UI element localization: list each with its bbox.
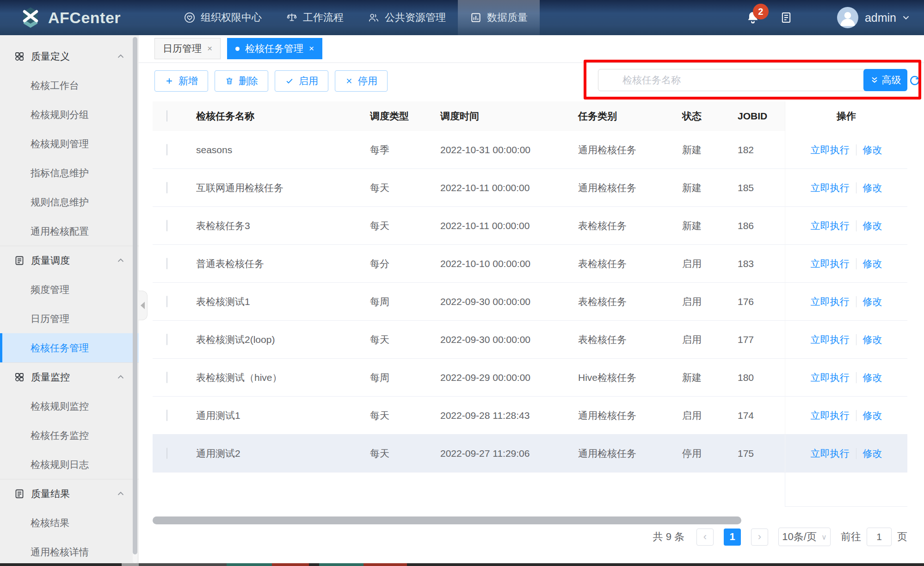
- username[interactable]: admin: [865, 11, 896, 25]
- nav-item-people[interactable]: 公共资源管理: [356, 0, 458, 35]
- avatar[interactable]: [837, 7, 858, 28]
- cell-jobid: 182: [738, 144, 785, 155]
- next-page-button[interactable]: ›: [751, 529, 768, 546]
- row-checkbox[interactable]: [166, 334, 167, 345]
- row-actions: 立即执行修改: [785, 169, 907, 206]
- column-header: JOBID: [738, 111, 785, 122]
- tab-close-icon[interactable]: ×: [207, 44, 212, 54]
- search-input[interactable]: [598, 69, 907, 91]
- trash-button[interactable]: 删除: [215, 70, 268, 92]
- sidebar-item[interactable]: 检核规则管理: [0, 129, 139, 158]
- refresh-icon[interactable]: [908, 74, 921, 89]
- tab-inactive[interactable]: 日历管理×: [154, 38, 221, 59]
- sidebar-item[interactable]: 检核结果: [0, 508, 139, 537]
- sidebar-item[interactable]: 检核任务监控: [0, 421, 139, 450]
- modify-link[interactable]: 修改: [863, 409, 882, 422]
- row-checkbox[interactable]: [166, 144, 167, 155]
- row-checkbox[interactable]: [166, 410, 167, 421]
- plus-button[interactable]: 新增: [154, 70, 208, 92]
- nav-item-heart[interactable]: 组织权限中心: [172, 0, 274, 35]
- sidebar-collapse-handle[interactable]: [138, 291, 148, 320]
- modify-link[interactable]: 修改: [863, 295, 882, 308]
- row-checkbox[interactable]: [166, 220, 167, 231]
- check-icon: [285, 76, 294, 86]
- sidebar-item[interactable]: 频度管理: [0, 275, 139, 304]
- nav-item-scale[interactable]: 工作流程: [274, 0, 356, 35]
- chevron-down-icon[interactable]: [901, 12, 911, 23]
- notification-bell[interactable]: 2: [745, 10, 760, 25]
- sidebar-section-header[interactable]: 质量调度: [0, 246, 139, 275]
- cell-category: 通用检核任务: [578, 409, 682, 422]
- document-icon[interactable]: [780, 11, 793, 24]
- sidebar-item[interactable]: 检核规则监控: [0, 392, 139, 421]
- app-logo[interactable]: AFCenter: [19, 6, 121, 30]
- modify-link[interactable]: 修改: [863, 447, 882, 460]
- advanced-search-button[interactable]: 高级: [863, 69, 907, 91]
- sidebar-item[interactable]: 检核工作台: [0, 71, 139, 100]
- execute-now-link[interactable]: 立即执行: [811, 181, 850, 194]
- sidebar-section-label: 质量定义: [31, 50, 70, 63]
- row-checkbox-cell: [153, 448, 196, 459]
- check-button[interactable]: 启用: [275, 70, 328, 92]
- row-checkbox-cell: [153, 258, 196, 269]
- sidebar-section-header[interactable]: 质量监控: [0, 362, 139, 392]
- modify-link[interactable]: 修改: [863, 257, 882, 270]
- cell-status: 启用: [682, 333, 738, 346]
- doc-icon: [14, 488, 25, 499]
- sidebar-section-label: 质量监控: [31, 371, 70, 384]
- sidebar-section-header[interactable]: 质量结果: [0, 479, 139, 508]
- row-checkbox[interactable]: [166, 258, 167, 269]
- modify-link[interactable]: 修改: [863, 219, 882, 232]
- sidebar-item[interactable]: 检核任务管理: [0, 333, 139, 362]
- goto-page-input[interactable]: [867, 528, 892, 546]
- nav-item-chart[interactable]: 数据质量: [458, 0, 540, 35]
- goto-label: 前往: [841, 530, 861, 544]
- row-checkbox[interactable]: [166, 182, 167, 193]
- execute-now-link[interactable]: 立即执行: [811, 371, 850, 384]
- sidebar-item[interactable]: 指标信息维护: [0, 158, 139, 187]
- sidebar-item[interactable]: 规则信息维护: [0, 187, 139, 217]
- sidebar-scrollbar[interactable]: [133, 37, 137, 563]
- sidebar-section-header[interactable]: 质量定义: [0, 42, 139, 71]
- cell-status: 启用: [682, 409, 738, 422]
- modify-link[interactable]: 修改: [863, 371, 882, 384]
- modify-link[interactable]: 修改: [863, 143, 882, 156]
- sidebar-item[interactable]: 检核规则分组: [0, 100, 139, 129]
- chevron-left-icon: [141, 302, 145, 309]
- sidebar-item[interactable]: 通用检核详情: [0, 537, 139, 566]
- execute-now-link[interactable]: 立即执行: [811, 447, 850, 460]
- row-checkbox[interactable]: [166, 296, 167, 307]
- tab-active[interactable]: 检核任务管理×: [227, 38, 322, 59]
- modify-link[interactable]: 修改: [863, 181, 882, 194]
- tab-close-icon[interactable]: ×: [309, 44, 314, 54]
- execute-now-link[interactable]: 立即执行: [811, 219, 850, 232]
- execute-now-link[interactable]: 立即执行: [811, 143, 850, 156]
- table-row: 普通表检核任务每分2022-10-10 00:00:00表检核任务启用183立即…: [153, 245, 907, 283]
- cell-name: 表检核任务3: [196, 219, 370, 232]
- execute-now-link[interactable]: 立即执行: [811, 295, 850, 308]
- chevron-left-icon: ‹: [703, 531, 707, 543]
- horizontal-scrollbar[interactable]: [153, 516, 741, 524]
- modify-link[interactable]: 修改: [863, 333, 882, 346]
- execute-now-link[interactable]: 立即执行: [811, 409, 850, 422]
- select-all-checkbox[interactable]: [166, 110, 167, 122]
- main-content: 日历管理×检核任务管理× 新增删除启用停用 高级 检核任务名称调度类型调度时间任…: [139, 35, 924, 566]
- cross-button[interactable]: 停用: [335, 70, 388, 92]
- execute-now-link[interactable]: 立即执行: [811, 257, 850, 270]
- column-header: 调度时间: [440, 110, 578, 123]
- nav-item-label: 公共资源管理: [385, 11, 446, 25]
- sidebar-item[interactable]: 检核规则日志: [0, 450, 139, 479]
- pagination-total: 共 9 条: [653, 530, 684, 544]
- sidebar-scrollbar-thumb[interactable]: [133, 37, 137, 554]
- sidebar-item[interactable]: 日历管理: [0, 304, 139, 333]
- execute-now-link[interactable]: 立即执行: [811, 333, 850, 346]
- page-size-select[interactable]: 10条/页 ∨: [778, 528, 831, 546]
- page-number-1[interactable]: 1: [724, 529, 741, 546]
- prev-page-button[interactable]: ‹: [696, 529, 714, 546]
- trash-icon: [225, 76, 234, 86]
- row-checkbox-cell: [153, 410, 196, 421]
- row-checkbox[interactable]: [166, 448, 167, 459]
- cell-schedule_type: 每天: [370, 333, 440, 346]
- sidebar-item[interactable]: 通用检核配置: [0, 217, 139, 246]
- row-checkbox[interactable]: [166, 372, 167, 383]
